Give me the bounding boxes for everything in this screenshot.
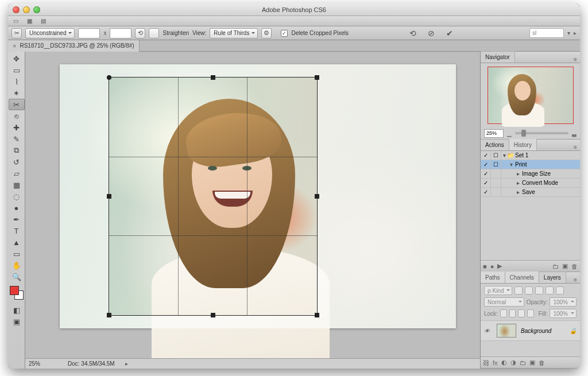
pen-tool[interactable]: ✒ <box>9 214 25 225</box>
zoom-window-button[interactable] <box>33 6 40 13</box>
eyedropper-tool[interactable]: ⎋ <box>9 110 25 122</box>
crop-tool-icon[interactable]: ✂ <box>11 28 22 38</box>
type-tool[interactable]: T <box>9 225 25 237</box>
filter-pixel-icon[interactable] <box>514 286 523 294</box>
ps-logo-icon[interactable]: ▭ <box>11 18 20 25</box>
action-dialog-checkbox[interactable]: ☐ <box>491 151 501 160</box>
actions-panel-menu-icon[interactable]: ≡ <box>571 144 580 150</box>
crop-cancel-icon[interactable]: ⊘ <box>426 28 436 38</box>
gradient-tool[interactable]: ▦ <box>9 179 25 191</box>
navigator-panel-menu-icon[interactable]: ≡ <box>571 56 580 63</box>
canvas-area[interactable] <box>25 52 480 358</box>
crop-options-gear-icon[interactable]: ⚙ <box>261 28 272 38</box>
color-swatches[interactable] <box>10 286 24 300</box>
crop-commit-icon[interactable]: ✔ <box>444 28 455 38</box>
document-tab[interactable]: × RS18710__DSC9733.JPG @ 25% (RGB/8#) <box>8 40 140 52</box>
status-doc-size[interactable]: Doc: 34.5M/34.5M <box>68 361 115 367</box>
blend-mode-select[interactable]: Normal <box>484 297 524 307</box>
crop-handle-br[interactable] <box>315 313 319 317</box>
filter-adjust-icon[interactable] <box>525 286 533 294</box>
layers-group-icon[interactable]: 🗀 <box>520 359 526 366</box>
brush-tool[interactable]: ✎ <box>9 133 25 145</box>
layers-new-icon[interactable]: ▣ <box>529 359 535 366</box>
action-toggle-checkbox[interactable]: ✓ <box>481 151 491 160</box>
crop-height-input[interactable] <box>110 28 131 38</box>
filter-type-icon[interactable] <box>535 286 543 294</box>
action-dialog-checkbox[interactable]: ☐ <box>491 160 501 169</box>
actions-new-set-icon[interactable]: 🗀 <box>552 263 559 270</box>
layers-trash-icon[interactable]: 🗑 <box>539 359 545 366</box>
close-window-button[interactable] <box>13 6 20 13</box>
minibridge-icon[interactable]: ▤ <box>39 18 47 25</box>
foreground-swatch[interactable] <box>10 286 19 295</box>
shape-tool[interactable]: ▭ <box>9 248 25 259</box>
actions-record-icon[interactable]: ● <box>490 263 494 270</box>
delete-cropped-checkbox[interactable]: ✓ <box>281 30 288 37</box>
move-tool[interactable]: ✥ <box>9 53 25 64</box>
actions-row[interactable]: ✓▸Convert Mode <box>481 179 580 188</box>
zoom-tool[interactable]: 🔍 <box>9 271 25 282</box>
lock-transparency-icon[interactable] <box>500 309 507 317</box>
lock-all-icon[interactable] <box>527 309 534 317</box>
tab-actions[interactable]: Actions <box>481 139 509 150</box>
tab-channels[interactable]: Channels <box>505 272 539 283</box>
path-select-tool[interactable]: ▲ <box>9 237 25 248</box>
crop-box[interactable] <box>109 77 317 315</box>
crop-handle-ml[interactable] <box>107 194 111 199</box>
navigator-zoom-slider[interactable] <box>515 132 568 134</box>
disclosure-triangle-icon[interactable]: ▾ <box>501 152 507 158</box>
lasso-tool[interactable]: ⌇ <box>9 76 25 87</box>
layer-row-background[interactable]: 👁 Background 🔒 <box>481 320 580 341</box>
eraser-tool[interactable]: ▱ <box>9 168 25 179</box>
clone-stamp-tool[interactable]: ⧉ <box>9 145 25 156</box>
status-menu-icon[interactable]: ▸ <box>125 361 128 367</box>
close-tab-icon[interactable]: × <box>13 42 16 49</box>
tab-paths[interactable]: Paths <box>481 272 505 283</box>
filter-shape-icon[interactable] <box>546 286 554 294</box>
navigator-zoom-value[interactable]: 25% <box>484 129 504 138</box>
disclosure-triangle-icon[interactable]: ▸ <box>515 170 521 177</box>
workspace-search-input[interactable] <box>529 28 564 38</box>
lock-pixels-icon[interactable] <box>509 309 516 317</box>
layer-visibility-icon[interactable]: 👁 <box>484 328 492 334</box>
navigator-thumbnail[interactable] <box>488 67 574 124</box>
lock-position-icon[interactable] <box>518 309 525 317</box>
layer-lock-icon[interactable]: 🔒 <box>570 328 577 334</box>
crop-swap-icon[interactable]: ⟲ <box>135 28 145 38</box>
blur-tool[interactable]: ◌ <box>9 191 25 202</box>
status-zoom[interactable]: 25% <box>29 361 57 367</box>
actions-row[interactable]: ✓☐▾Print <box>481 160 580 169</box>
layer-kind-filter[interactable]: ρ Kind <box>484 286 512 295</box>
crop-handle-bl[interactable] <box>107 313 111 317</box>
action-toggle-checkbox[interactable]: ✓ <box>481 188 491 196</box>
action-toggle-checkbox[interactable]: ✓ <box>481 179 491 187</box>
action-dialog-checkbox[interactable] <box>491 188 501 196</box>
disclosure-triangle-icon[interactable]: ▸ <box>515 180 521 186</box>
bridge-icon[interactable]: ▦ <box>25 18 33 25</box>
action-toggle-checkbox[interactable]: ✓ <box>481 160 491 169</box>
history-brush-tool[interactable]: ↺ <box>9 156 25 168</box>
quick-mask-tool[interactable]: ◧ <box>9 304 25 316</box>
crop-handle-bc[interactable] <box>211 313 215 317</box>
fill-value[interactable]: 100% <box>550 309 577 318</box>
crop-aspect-select[interactable]: Unconstrained <box>25 28 75 38</box>
minimize-window-button[interactable] <box>23 6 30 13</box>
dodge-tool[interactable]: ● <box>9 202 25 214</box>
tab-layers[interactable]: Layers <box>539 272 566 283</box>
layers-adjustment-icon[interactable]: ◑ <box>510 359 516 366</box>
actions-new-action-icon[interactable]: ▣ <box>562 262 568 270</box>
hand-tool[interactable]: ✋ <box>9 259 25 271</box>
actions-stop-icon[interactable]: ■ <box>483 263 487 270</box>
tab-navigator[interactable]: Navigator <box>481 51 515 63</box>
action-dialog-checkbox[interactable] <box>491 169 501 178</box>
filter-smart-icon[interactable] <box>556 286 564 294</box>
crop-handle-tr[interactable] <box>315 75 319 80</box>
crop-tool[interactable]: ✂ <box>9 99 25 110</box>
actions-row[interactable]: ✓▸Save <box>481 188 580 197</box>
layers-panel-menu-icon[interactable]: ≡ <box>571 277 580 283</box>
actions-play-icon[interactable]: ▶ <box>497 262 502 270</box>
crop-reset-icon[interactable]: ⟲ <box>408 28 418 38</box>
layers-link-icon[interactable]: ⛓ <box>483 359 489 366</box>
crop-handle-tl[interactable] <box>107 75 111 80</box>
crop-width-input[interactable] <box>78 28 100 38</box>
